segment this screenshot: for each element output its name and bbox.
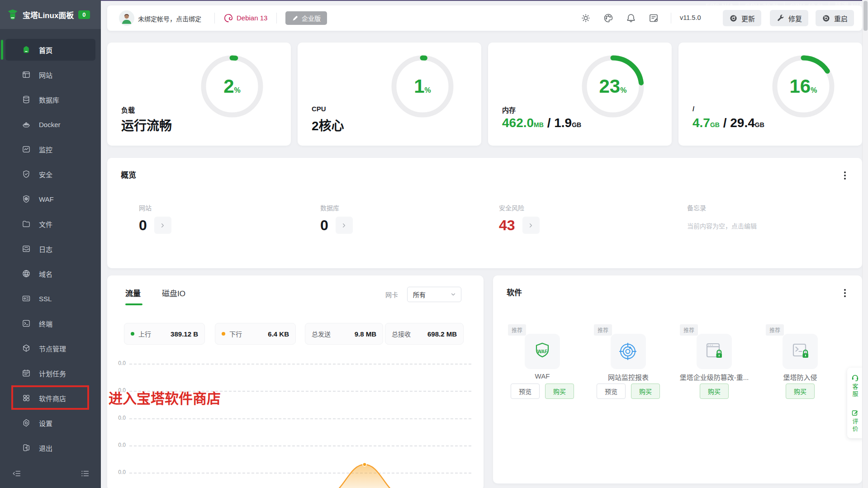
sidebar-item-label: 监控 [39, 145, 52, 154]
memo-edit-placeholder[interactable]: 当前内容为空，点击编辑 [687, 221, 757, 230]
sidebar-item-label: SSL [39, 295, 52, 303]
docker-icon [22, 120, 31, 129]
buy-button[interactable]: 购买 [545, 384, 574, 399]
cpu-gauge: 1% [389, 52, 456, 120]
sidebar-item-label: 数据库 [39, 95, 59, 104]
load-gauge: 2% [198, 52, 266, 120]
overview-card: 概览 网站 0 数据库 0 安全风险 43 备忘录 当前内容为空，点击编辑 [107, 158, 862, 268]
svg-text:WAF: WAF [537, 349, 547, 354]
theme-sun-icon[interactable] [580, 13, 591, 24]
software-title: 软件 [507, 286, 522, 298]
sidebar-item-terminal[interactable]: 终端 [5, 313, 95, 334]
scrollbar-thumb[interactable] [863, 1, 868, 31]
preview-button[interactable]: 预览 [511, 384, 540, 399]
terminal-lock-product-icon[interactable] [783, 334, 818, 369]
recommend-tag: 推荐 [680, 324, 698, 336]
waf-product-icon[interactable]: WAF [525, 334, 560, 369]
sidebar-item-docker[interactable]: Docker [5, 114, 95, 135]
panel-title: 宝塔Linux面板 [23, 9, 74, 20]
buy-button[interactable]: 购买 [786, 384, 815, 399]
gauge-label: CPU [312, 105, 326, 113]
sidebar-item-ssl[interactable]: SSL [5, 288, 95, 309]
security-risk-detail-button[interactable] [522, 217, 540, 234]
sidebar-item-label: 退出 [39, 443, 52, 453]
recommend-tag: 推荐 [508, 324, 526, 336]
sidebar-item-home[interactable]: 首页 [5, 39, 95, 61]
baota-logo-icon [6, 8, 19, 21]
sidebar-item-files[interactable]: 文件 [5, 213, 95, 235]
software-name: 网站监控报表 [588, 372, 669, 382]
memo-note-icon[interactable] [648, 13, 659, 24]
preview-button[interactable]: 预览 [597, 384, 626, 399]
avatar[interactable] [119, 10, 134, 26]
review-link[interactable]: 评价 [851, 418, 859, 433]
gauge-label: / [693, 105, 694, 113]
memory-card: 内存 462.0MB / 1.9GB 23% [488, 43, 672, 146]
tab-traffic[interactable]: 流量 [125, 287, 141, 298]
headset-icon[interactable] [851, 373, 859, 382]
sidebar: 宝塔Linux面板 0 首页 网站 数据库 Docker 监控 [0, 0, 101, 488]
window-lock-product-icon[interactable] [697, 334, 732, 369]
buy-button[interactable]: 购买 [631, 384, 660, 399]
sidebar-item-label: 文件 [39, 219, 52, 229]
tab-disk-io[interactable]: 磁盘IO [162, 287, 185, 298]
software-name: WAF [502, 372, 583, 380]
stat-upload: 上行 389.12 B [124, 323, 205, 345]
sidebar-item-security[interactable]: 安全 [5, 163, 95, 185]
sidebar-item-label: 域名 [39, 269, 52, 279]
database-detail-button[interactable] [336, 217, 353, 234]
download-dot-icon [222, 332, 225, 336]
overview-menu-kebab-icon[interactable] [841, 171, 849, 180]
collapse-sidebar-icon[interactable] [12, 469, 22, 479]
sidebar-item-cron[interactable]: 计划任务 [5, 362, 95, 384]
message-count-badge[interactable]: 0 [78, 10, 90, 19]
sidebar-item-monitor[interactable]: 监控 [5, 138, 95, 160]
support-link[interactable]: 客服 [851, 384, 859, 398]
sidebar-item-database[interactable]: 数据库 [5, 89, 95, 110]
software-item-anti-intrusion: 推荐 堡塔防入侵 购买 [759, 321, 841, 452]
cpu-card: CPU 2核心 1% [298, 43, 481, 146]
palette-icon[interactable] [603, 13, 614, 24]
sidebar-item-website[interactable]: 网站 [5, 64, 95, 85]
sidebar-item-label: 网站 [39, 70, 52, 80]
software-menu-kebab-icon[interactable] [841, 288, 849, 298]
chart-gridline: 0.0 [107, 442, 474, 449]
sidebar-item-domains[interactable]: www 域名 [5, 263, 95, 284]
repair-button[interactable]: 修复 [770, 10, 808, 26]
database-count-label: 数据库 [320, 203, 339, 212]
website-count: 0 [139, 217, 171, 234]
radar-product-icon[interactable] [611, 334, 646, 369]
sidebar-item-logs[interactable]: 日志 [5, 238, 95, 260]
disk-gauge: 16% [769, 52, 837, 120]
edit-review-icon[interactable] [851, 409, 859, 417]
stat-download: 下行 6.4 KB [215, 323, 296, 345]
home-icon [22, 45, 31, 54]
memory-gauge: 23% [579, 52, 647, 120]
software-item-monitor-report: 推荐 网站监控报表 预览 购买 [588, 321, 669, 452]
software-card: 软件 推荐 WAF WAF 预览 购买 推荐 网站监控报表 预览 购买 [493, 275, 862, 483]
chevron-down-icon [450, 291, 456, 298]
edition-badge[interactable]: 企业版 [285, 11, 327, 25]
divider [671, 13, 671, 24]
website-detail-button[interactable] [154, 217, 171, 234]
sidebar-item-logout[interactable]: 退出 [5, 437, 95, 459]
sidebar-item-settings[interactable]: 设置 [5, 412, 95, 434]
sidebar-item-nodes[interactable]: 节点管理 [5, 337, 95, 359]
menu-list-icon[interactable] [80, 469, 90, 479]
divider [214, 13, 215, 24]
disk-card: / 4.7GB / 29.4GB 16% [678, 43, 862, 146]
sidebar-item-waf[interactable]: WAF [5, 188, 95, 210]
nic-select[interactable]: 所有 [407, 287, 461, 302]
update-button[interactable]: 更新 [723, 10, 761, 26]
buy-button[interactable]: 购买 [700, 384, 729, 399]
restart-button[interactable]: 重启 [816, 10, 854, 26]
bell-icon[interactable] [626, 13, 636, 24]
traffic-card: 流量 磁盘IO 网卡 所有 上行 389.12 B 下行 6.4 KB 总发送 … [107, 275, 484, 488]
traffic-area-peak [312, 455, 421, 488]
scrollbar-track[interactable] [862, 0, 868, 488]
bind-account-link[interactable]: 未绑定帐号，点击绑定 [138, 14, 201, 23]
shield-check-icon [22, 170, 31, 179]
browser-icon [22, 70, 31, 79]
folder-icon [22, 219, 31, 228]
logout-door-icon [22, 443, 31, 452]
